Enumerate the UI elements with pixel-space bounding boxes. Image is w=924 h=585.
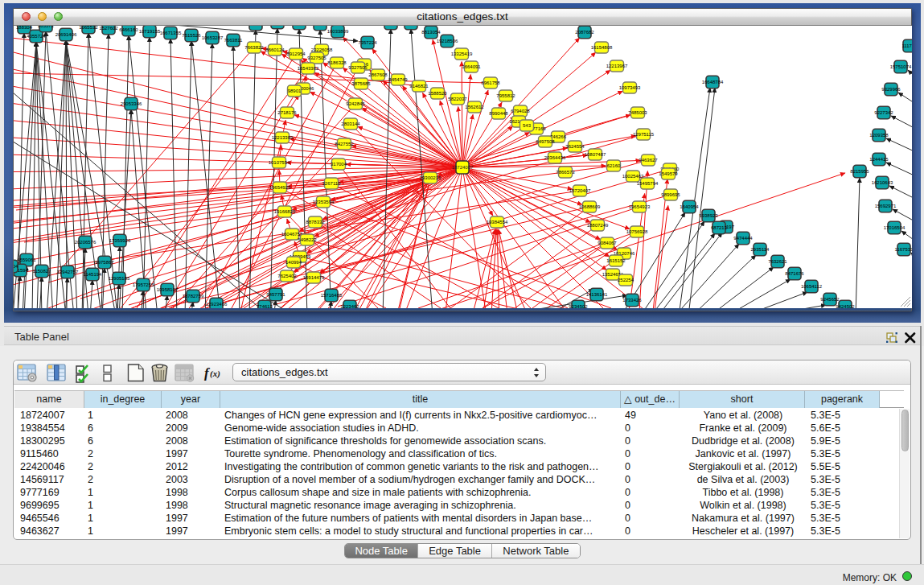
svg-text:10107554: 10107554 (269, 160, 290, 165)
svg-text:19166825: 19166825 (274, 209, 296, 214)
svg-text:19218506: 19218506 (437, 39, 458, 43)
svg-text:10756928: 10756928 (626, 229, 648, 234)
svg-text:687213: 687213 (711, 225, 728, 230)
svg-text:13325419: 13325419 (451, 51, 473, 56)
svg-text:12975115: 12975115 (633, 132, 655, 137)
svg-text:10688609: 10688609 (579, 204, 601, 209)
svg-text:15720407: 15720407 (569, 188, 591, 193)
svg-text:1664091: 1664091 (462, 64, 481, 69)
svg-text:774613: 774613 (257, 304, 273, 308)
svg-text:10958107: 10958107 (157, 287, 179, 292)
svg-text:19654925: 19654925 (269, 185, 291, 190)
svg-text:16543362: 16543362 (298, 66, 319, 71)
svg-text:20364436: 20364436 (544, 155, 566, 160)
svg-text:9474444: 9474444 (733, 236, 753, 241)
svg-text:16046755: 16046755 (281, 232, 303, 237)
svg-text:188304: 188304 (16, 26, 33, 30)
svg-text:15716485: 15716485 (321, 293, 343, 298)
svg-text:1883044: 1883044 (310, 26, 330, 27)
svg-text:12213967: 12213967 (606, 64, 628, 68)
svg-text:8471676: 8471676 (785, 271, 804, 276)
svg-text:7663811: 7663811 (224, 38, 244, 43)
svg-text:62160: 62160 (607, 163, 621, 168)
svg-text:(x): (x) (210, 369, 220, 379)
svg-text:9899695: 9899695 (661, 192, 680, 197)
svg-text:1209358: 1209358 (869, 133, 889, 138)
svg-text:9245652: 9245652 (820, 297, 840, 302)
svg-text:8186328: 8186328 (327, 60, 347, 65)
svg-text:20206576: 20206576 (75, 240, 97, 245)
svg-text:17016504: 17016504 (884, 225, 906, 230)
svg-text:1549579: 1549579 (659, 171, 678, 176)
svg-text:15751074: 15751074 (890, 64, 912, 69)
svg-text:18724007: 18724007 (452, 165, 474, 170)
svg-text:16033809: 16033809 (327, 29, 349, 34)
svg-text:543: 543 (523, 123, 532, 128)
svg-text:252254: 252254 (618, 278, 634, 282)
svg-text:1562612: 1562612 (465, 105, 484, 109)
svg-text:12213389: 12213389 (272, 135, 294, 140)
svg-text:16210643: 16210643 (872, 180, 893, 185)
svg-text:98901: 98901 (288, 89, 302, 93)
svg-text:5822037: 5822037 (448, 97, 467, 101)
svg-text:15495794: 15495794 (637, 181, 659, 186)
svg-text:8215955: 8215955 (850, 169, 869, 174)
svg-text:3875685: 3875685 (351, 81, 371, 86)
svg-text:2935114: 2935114 (751, 247, 770, 252)
svg-text:6466160: 6466160 (119, 27, 138, 32)
svg-text:9242845: 9242845 (346, 101, 365, 106)
svg-text:29300215: 29300215 (420, 175, 441, 180)
svg-text:1527602: 1527602 (99, 26, 118, 31)
svg-text:16648784: 16648784 (702, 80, 724, 84)
svg-text:20691406: 20691406 (55, 32, 77, 37)
svg-text:7955812: 7955812 (496, 93, 515, 98)
svg-text:1167533: 1167533 (895, 247, 912, 252)
svg-text:1588520: 1588520 (428, 91, 447, 96)
svg-text:1640954: 1640954 (680, 204, 699, 209)
svg-text:6794028: 6794028 (511, 109, 530, 113)
svg-text:16671355: 16671355 (160, 31, 182, 35)
svg-text:8912954: 8912954 (286, 51, 306, 56)
svg-text:10807487: 10807487 (585, 152, 606, 157)
svg-text:10654112: 10654112 (801, 284, 823, 289)
svg-text:9457791: 9457791 (266, 292, 285, 297)
svg-text:205572: 205572 (38, 26, 55, 28)
svg-text:12353594: 12353594 (313, 200, 335, 204)
svg-text:12942757: 12942757 (57, 270, 79, 274)
svg-text:9463627: 9463627 (639, 158, 658, 163)
svg-text:4055724: 4055724 (27, 34, 46, 39)
svg-text:9234502: 9234502 (569, 304, 588, 308)
svg-text:29053346: 29053346 (121, 101, 142, 106)
svg-text:5498222: 5498222 (298, 237, 317, 242)
svg-text:3267110: 3267110 (322, 181, 342, 186)
svg-text:7485003: 7485003 (628, 110, 647, 115)
svg-text:7515526: 7515526 (182, 33, 201, 38)
svg-text:18807249: 18807249 (587, 223, 609, 228)
svg-text:4559061: 4559061 (17, 257, 36, 262)
svg-text:1065532: 1065532 (79, 26, 98, 30)
svg-text:1244415: 1244415 (869, 157, 889, 162)
svg-text:16154808: 16154808 (591, 45, 613, 50)
svg-text:23226058: 23226058 (311, 47, 333, 52)
svg-text:7632621: 7632621 (768, 259, 787, 264)
svg-text:1145194: 1145194 (84, 272, 103, 277)
svg-text:7663822: 7663822 (244, 45, 264, 50)
svg-text:8990448: 8990448 (489, 111, 508, 116)
svg-text:1733426: 1733426 (622, 298, 642, 303)
svg-text:1150827: 1150827 (33, 269, 52, 274)
svg-text:3624554: 3624554 (565, 144, 585, 149)
svg-text:8878332: 8878332 (306, 220, 325, 225)
svg-text:1223462: 1223462 (340, 304, 359, 308)
svg-text:17957255: 17957255 (133, 282, 154, 287)
svg-text:9327505: 9327505 (348, 65, 368, 70)
svg-text:14136141: 14136141 (586, 292, 608, 297)
svg-text:16782759: 16782759 (183, 294, 204, 299)
svg-text:15692971: 15692971 (875, 204, 897, 208)
svg-text:16914479: 16914479 (303, 275, 325, 280)
svg-text:17359926: 17359926 (109, 238, 131, 243)
svg-text:9975867: 9975867 (95, 260, 114, 265)
svg-text:1615152: 1615152 (606, 258, 626, 263)
svg-text:8830441: 8830441 (246, 26, 265, 27)
svg-text:10653287: 10653287 (202, 35, 224, 40)
svg-text:93104: 93104 (14, 264, 18, 269)
